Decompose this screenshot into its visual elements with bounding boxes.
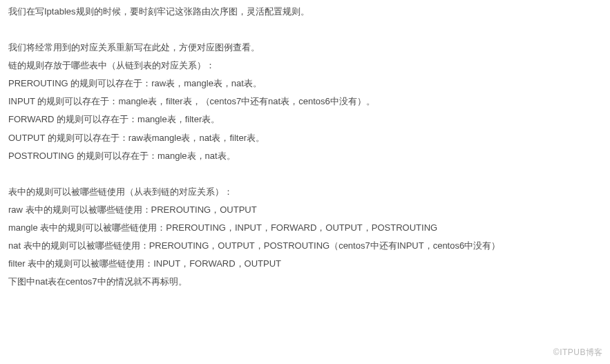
chain-prerouting-line: PREROUTING 的规则可以存在于：raw表，mangle表，nat表。 (8, 76, 602, 91)
intro-paragraph: 我们在写Iptables规则的时候，要时刻牢记这张路由次序图，灵活配置规则。 (8, 4, 602, 19)
table-filter-line: filter 表中的规则可以被哪些链使用：INPUT，FORWARD，OUTPU… (8, 256, 602, 271)
document-body: 我们在写Iptables规则的时候，要时刻牢记这张路由次序图，灵活配置规则。 我… (0, 0, 610, 289)
table-header-line: 表中的规则可以被哪些链使用（从表到链的对应关系）： (8, 184, 602, 200)
table-nat-line: nat 表中的规则可以被哪些链使用：PREROUTING，OUTPUT，POST… (8, 238, 602, 253)
chain-output-line: OUTPUT 的规则可以存在于：raw表mangle表，nat表，filter表… (8, 131, 602, 146)
chain-to-table-block: 我们将经常用到的对应关系重新写在此处，方便对应图例查看。 链的规则存放于哪些表中… (8, 40, 602, 164)
chain-lead-line: 我们将经常用到的对应关系重新写在此处，方便对应图例查看。 (8, 40, 602, 55)
table-raw-line: raw 表中的规则可以被哪些链使用：PREROUTING，OUTPUT (8, 202, 602, 218)
watermark-text: ©ITPUB博客 (553, 347, 603, 358)
chain-postrouting-line: POSTROUTING 的规则可以存在于：mangle表，nat表。 (8, 149, 602, 164)
note-line: 下图中nat表在centos7中的情况就不再标明。 (8, 274, 602, 289)
chain-header-line: 链的规则存放于哪些表中（从链到表的对应关系）： (8, 58, 602, 73)
table-to-chain-block: 表中的规则可以被哪些链使用（从表到链的对应关系）： raw 表中的规则可以被哪些… (8, 184, 602, 290)
chain-forward-line: FORWARD 的规则可以存在于：mangle表，filter表。 (8, 112, 602, 127)
chain-input-line: INPUT 的规则可以存在于：mangle表，filter表，（centos7中… (8, 94, 602, 109)
table-mangle-line: mangle 表中的规则可以被哪些链使用：PREROUTING，INPUT，FO… (8, 220, 602, 236)
